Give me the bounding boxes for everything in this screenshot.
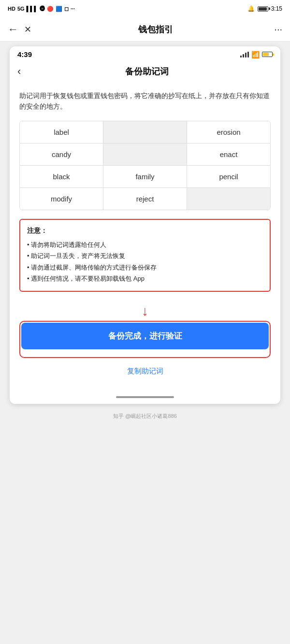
home-indicator	[116, 396, 174, 398]
mnemonic-row-4: modify reject	[20, 188, 270, 210]
app-icon-3: ◻	[64, 6, 69, 12]
word-1: label	[20, 121, 103, 143]
inner-status-bar: 4:39 📶	[10, 46, 280, 60]
outer-battery-icon	[258, 6, 268, 12]
inner-nav: ‹ 备份助记词	[10, 60, 280, 83]
outer-back-button[interactable]: ←	[8, 23, 18, 36]
inner-wifi-icon: 📶	[251, 51, 260, 58]
word-12-empty	[187, 188, 270, 210]
btn-primary-border: 备份完成，进行验证	[19, 321, 271, 358]
footer-text: 知乎 @崛起社区小诸葛886	[113, 413, 177, 419]
warning-box: 注意： • 请勿将助记词透露给任何人 • 助记词一旦丢失，资产将无法恢复 • 请…	[19, 219, 271, 292]
warning-item-3: • 请勿通过截屏、网络传输的方式进行备份保存	[27, 262, 263, 273]
outer-status-right: 🔔 3:15	[247, 5, 282, 12]
mnemonic-grid: label erosion candy enact black family p…	[19, 121, 271, 210]
warning-title: 注意：	[27, 227, 263, 235]
inner-screen: 4:39 📶 ‹ 备份助记词 助记词用于恢复钱包或重置钱包密码，将它准确的抄写在…	[10, 46, 280, 404]
inner-status-icons: 📶	[240, 51, 273, 58]
outer-time: 3:15	[271, 5, 282, 12]
word-3: erosion	[187, 121, 270, 143]
red-arrow-icon: ↓	[142, 303, 148, 319]
inner-battery-icon	[262, 52, 273, 57]
outer-status-bar: HD 5G ▌▌▌ 🅦 🔴 🟦 ◻ ··· 🔔 3:15	[0, 0, 290, 17]
more-dots: ···	[71, 6, 75, 12]
word-10: modify	[20, 188, 103, 210]
footer: 知乎 @崛起社区小诸葛886	[0, 409, 290, 424]
inner-back-button[interactable]: ‹	[17, 65, 21, 78]
outer-more-button[interactable]: ···	[274, 24, 282, 35]
word-2-empty	[103, 121, 187, 143]
mnemonic-row-3: black family pencil	[20, 166, 270, 188]
mnemonic-row-1: label erosion	[20, 121, 270, 143]
inner-bottom-bar	[10, 387, 280, 404]
bell-icon: 🔔	[247, 5, 255, 12]
word-7: black	[20, 166, 103, 187]
word-8: family	[103, 166, 187, 187]
hd-badge: HD	[8, 6, 15, 12]
description-text: 助记词用于恢复钱包或重置钱包密码，将它准确的抄写在纸上，并存放在只有你知道的安全…	[19, 90, 271, 112]
copy-mnemonic-link[interactable]: 复制助记词	[19, 365, 271, 378]
content-area: 助记词用于恢复钱包或重置钱包密码，将它准确的抄写在纸上，并存放在只有你知道的安全…	[10, 83, 280, 387]
word-6: enact	[187, 143, 270, 165]
app-icon-2: 🟦	[56, 6, 62, 12]
weibo-icon: 🅦	[40, 6, 45, 12]
signal-5g: 5G	[17, 6, 25, 12]
outer-nav: ← ✕ 钱包指引 ···	[0, 17, 290, 42]
outer-close-button[interactable]: ✕	[24, 24, 31, 35]
word-9: pencil	[187, 166, 270, 187]
signal-bars-outer: ▌▌▌	[27, 6, 38, 12]
inner-signal-bars	[240, 52, 249, 57]
inner-time: 4:39	[17, 50, 32, 58]
warning-item-1: • 请勿将助记词透露给任何人	[27, 239, 263, 250]
warning-item-4: • 遇到任何情况，请不要轻易卸载钱包 App	[27, 273, 263, 284]
app-icon-1: 🔴	[47, 6, 54, 12]
word-11: reject	[103, 188, 187, 210]
word-4: candy	[20, 143, 103, 165]
arrow-container: ↓	[19, 303, 271, 319]
outer-status-left: HD 5G ▌▌▌ 🅦 🔴 🟦 ◻ ···	[8, 6, 75, 12]
outer-nav-title: 钱包指引	[37, 24, 274, 35]
inner-nav-title: 备份助记词	[21, 66, 273, 77]
word-5-empty	[103, 143, 187, 165]
mnemonic-row-2: candy enact	[20, 143, 270, 166]
backup-complete-button[interactable]: 备份完成，进行验证	[21, 323, 269, 349]
warning-item-2: • 助记词一旦丢失，资产将无法恢复	[27, 250, 263, 261]
